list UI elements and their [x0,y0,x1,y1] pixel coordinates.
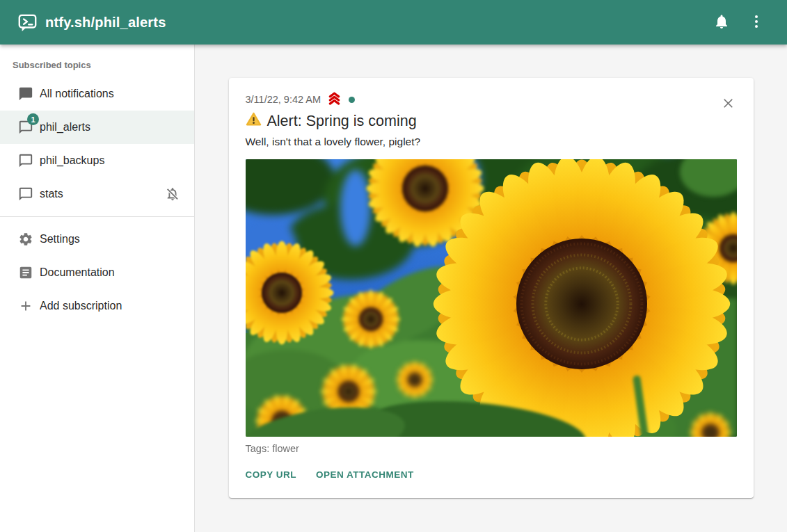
chat-bubble-outline-icon: 1 [18,120,33,135]
subscribed-topics-label: Subscribed topics [0,45,194,77]
notifications-button[interactable] [706,7,737,38]
more-vert-icon [748,13,765,32]
bell-icon [713,13,730,32]
plus-icon [18,298,33,314]
sidebar-item-label: phil_backups [40,154,180,167]
chat-bubble-outline-icon [18,153,33,168]
priority-max-icon [326,91,342,108]
notification-card: 3/11/22, 9:42 AM [229,78,754,498]
notifications-off-icon [165,186,180,202]
open-attachment-button[interactable]: OPEN ATTACHMENT [316,465,414,484]
notification-actions: COPY URL OPEN ATTACHMENT [246,465,737,488]
notification-tags: Tags: flower [246,443,737,454]
chat-bubble-outline-icon [18,186,33,202]
notification-title: Alert: Spring is coming [267,113,417,130]
chat-bubble-filled-icon [18,86,33,102]
overflow-menu-button[interactable] [741,7,772,38]
close-icon [721,96,736,113]
sidebar-item-label: Add subscription [40,300,180,312]
sidebar-item-label: Documentation [40,266,180,279]
sidebar-item-label: stats [40,188,165,200]
gear-icon [18,232,33,247]
attachment-image[interactable] [246,159,737,437]
notification-body: Well, isn't that a lovely flower, piglet… [246,136,737,148]
sidebar-item-documentation[interactable]: Documentation [0,256,194,289]
main-area: 3/11/22, 9:42 AM [195,45,787,532]
sidebar-item-add-subscription[interactable]: Add subscription [0,289,194,323]
unread-count-badge: 1 [27,113,39,125]
sidebar-item-label: phil_alerts [40,121,180,134]
app-bar: ntfy.sh/phil_alerts [0,0,787,45]
copy-url-button[interactable]: COPY URL [246,465,297,484]
article-icon [18,265,33,280]
sidebar-item-stats[interactable]: stats [0,177,194,211]
notification-timestamp: 3/11/22, 9:42 AM [246,94,321,105]
notification-meta: 3/11/22, 9:42 AM [246,92,737,106]
sidebar-item-label: Settings [40,233,180,245]
sidebar: Subscribed topics All notifications 1 ph… [0,45,195,532]
dismiss-notification-button[interactable] [719,95,738,114]
page-title: ntfy.sh/phil_alerts [45,15,166,31]
sidebar-item-phil-backups[interactable]: phil_backups [0,144,194,177]
ntfy-logo-icon [18,13,37,32]
warning-emoji-icon [246,111,262,131]
sidebar-divider [0,216,194,217]
sidebar-item-all-notifications[interactable]: All notifications [0,77,194,111]
unread-dot [349,97,355,103]
ntfy-app: ntfy.sh/phil_alerts Subscribed topics [0,0,787,532]
sidebar-item-label: All notifications [40,88,180,100]
sidebar-item-phil-alerts[interactable]: 1 phil_alerts [0,111,194,144]
notification-title-row: Alert: Spring is coming [246,111,737,131]
sidebar-item-settings[interactable]: Settings [0,223,194,256]
